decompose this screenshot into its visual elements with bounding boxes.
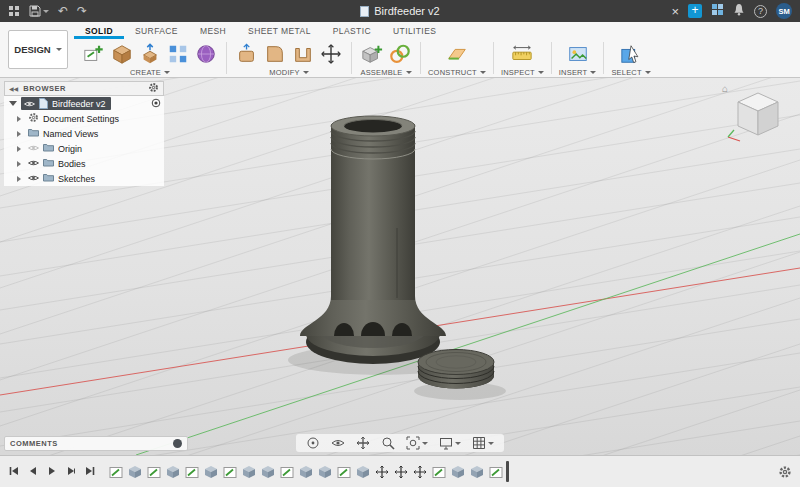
grid-settings-icon[interactable] xyxy=(472,436,494,450)
timeline-extrude-icon[interactable] xyxy=(355,464,370,479)
chevron-down-icon[interactable] xyxy=(303,71,309,77)
browser-item-bodies[interactable]: Bodies xyxy=(4,156,164,171)
tab-surface[interactable]: SURFACE xyxy=(124,22,189,39)
visibility-eye-icon[interactable] xyxy=(28,174,39,184)
timeline-sketch-icon[interactable] xyxy=(184,464,199,479)
timeline-extrude-icon[interactable] xyxy=(450,464,465,479)
browser-item-sketches[interactable]: Sketches xyxy=(4,171,164,186)
extrude-icon[interactable] xyxy=(137,41,163,67)
browser-item-origin[interactable]: Origin xyxy=(4,141,164,156)
skip-start-icon[interactable] xyxy=(8,463,20,481)
collapse-panel-icon[interactable]: ◀◀ xyxy=(9,85,18,92)
expander-icon[interactable] xyxy=(9,101,17,110)
zoom-icon[interactable] xyxy=(381,436,395,450)
look-at-icon[interactable] xyxy=(331,436,345,450)
timeline-extrude-icon[interactable] xyxy=(165,464,180,479)
joint-icon[interactable] xyxy=(387,41,413,67)
primitive-box-icon[interactable] xyxy=(109,41,135,67)
visibility-eye-icon[interactable] xyxy=(28,159,39,169)
fillet-icon[interactable] xyxy=(262,41,288,67)
expander-icon[interactable] xyxy=(17,131,24,137)
undo-icon[interactable]: ↶ xyxy=(58,5,68,17)
orbit-icon[interactable] xyxy=(306,436,320,450)
step-back-icon[interactable] xyxy=(27,463,39,481)
expander-icon[interactable] xyxy=(17,146,24,152)
display-settings-icon[interactable] xyxy=(439,436,461,450)
new-component-icon[interactable] xyxy=(359,41,385,67)
birdfeeder-3d-model[interactable] xyxy=(288,116,506,400)
comments-bar[interactable]: COMMENTS xyxy=(4,436,188,451)
tab-solid[interactable]: SOLID xyxy=(74,22,124,39)
timeline-extrude-icon[interactable] xyxy=(317,464,332,479)
design-workspace-button[interactable]: DESIGN xyxy=(8,30,68,69)
save-icon[interactable] xyxy=(29,5,49,17)
timeline-settings-gear-icon[interactable] xyxy=(778,465,792,479)
viewcube-home-icon[interactable]: ⌂ xyxy=(722,83,728,94)
browser-item-root[interactable]: Birdfeeder v2 xyxy=(4,96,164,111)
expander-icon[interactable] xyxy=(17,116,24,122)
timeline-extrude-icon[interactable] xyxy=(469,464,484,479)
timeline-extrude-icon[interactable] xyxy=(260,464,275,479)
help-icon[interactable]: ? xyxy=(754,5,767,18)
chevron-down-icon[interactable] xyxy=(164,71,170,77)
chevron-down-icon[interactable] xyxy=(645,71,651,77)
timeline-sketch-icon[interactable] xyxy=(336,464,351,479)
view-cube[interactable]: ⌂ xyxy=(720,83,790,145)
measure-icon[interactable] xyxy=(509,41,535,67)
timeline-extrude-icon[interactable] xyxy=(127,464,142,479)
chevron-down-icon[interactable] xyxy=(538,71,544,77)
selected-node-chip[interactable]: Birdfeeder v2 xyxy=(21,97,111,110)
step-forward-icon[interactable] xyxy=(65,463,77,481)
extensions-icon[interactable] xyxy=(711,2,724,20)
play-icon[interactable] xyxy=(46,463,58,481)
chevron-down-icon[interactable] xyxy=(590,71,596,77)
timeline-sketch-icon[interactable] xyxy=(488,464,503,479)
timeline-extrude-icon[interactable] xyxy=(298,464,313,479)
close-icon[interactable]: × xyxy=(671,5,679,18)
tab-utilities[interactable]: UTILITIES xyxy=(382,22,447,39)
timeline-sketch-icon[interactable] xyxy=(222,464,237,479)
insert-icon[interactable] xyxy=(565,41,591,67)
timeline-extrude-icon[interactable] xyxy=(203,464,218,479)
timeline-extrude-icon[interactable] xyxy=(241,464,256,479)
timeline-move-icon[interactable] xyxy=(374,464,389,479)
visibility-eye-icon[interactable] xyxy=(24,100,35,108)
timeline-move-icon[interactable] xyxy=(393,464,408,479)
tab-plastic[interactable]: PLASTIC xyxy=(322,22,382,39)
browser-gear-icon[interactable] xyxy=(148,82,159,95)
add-comment-icon[interactable] xyxy=(173,439,182,448)
form-icon[interactable] xyxy=(193,41,219,67)
fit-icon[interactable] xyxy=(406,436,428,450)
add-icon[interactable]: + xyxy=(688,4,702,18)
expander-icon[interactable] xyxy=(17,176,24,182)
select-icon[interactable] xyxy=(618,41,644,67)
expander-icon[interactable] xyxy=(17,161,24,167)
user-avatar[interactable]: SM xyxy=(776,3,792,19)
pan-icon[interactable] xyxy=(356,436,370,450)
move-icon[interactable] xyxy=(318,41,344,67)
browser-item-document-settings[interactable]: Document Settings xyxy=(4,111,164,126)
viewport-canvas[interactable]: ⌂ ◀◀ BROWSER xyxy=(0,78,800,455)
chevron-down-icon[interactable] xyxy=(406,71,412,77)
pattern-icon[interactable] xyxy=(165,41,191,67)
tab-mesh[interactable]: MESH xyxy=(189,22,237,39)
app-menu-icon[interactable] xyxy=(8,5,20,17)
notifications-icon[interactable] xyxy=(733,2,745,20)
activate-radio-icon[interactable] xyxy=(151,98,161,110)
skip-end-icon[interactable] xyxy=(84,463,96,481)
timeline-sketch-icon[interactable] xyxy=(108,464,123,479)
press-pull-icon[interactable] xyxy=(234,41,260,67)
visibility-eye-off-icon[interactable] xyxy=(28,144,39,154)
construct-plane-icon[interactable] xyxy=(444,41,470,67)
chevron-down-icon[interactable] xyxy=(480,71,486,77)
browser-item-named-views[interactable]: Named Views xyxy=(4,126,164,141)
shell-icon[interactable] xyxy=(290,41,316,67)
timeline-sketch-icon[interactable] xyxy=(146,464,161,479)
timeline-position-marker[interactable] xyxy=(506,461,509,482)
timeline-sketch-icon[interactable] xyxy=(431,464,446,479)
timeline-sketch-icon[interactable] xyxy=(279,464,294,479)
tab-sheet-metal[interactable]: SHEET METAL xyxy=(237,22,322,39)
browser-header[interactable]: ◀◀ BROWSER xyxy=(4,81,164,96)
redo-icon[interactable]: ↷ xyxy=(77,5,87,17)
timeline-move-icon[interactable] xyxy=(412,464,427,479)
